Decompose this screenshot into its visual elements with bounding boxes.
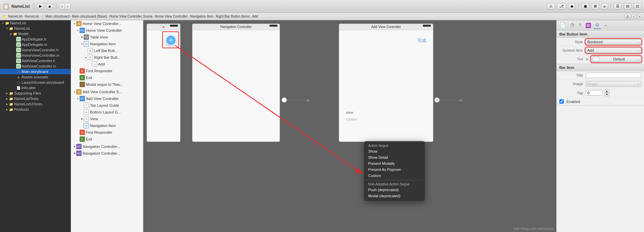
scene-nc1[interactable]: ▶ NC Navigation Controller... bbox=[71, 143, 143, 150]
sidebar-item-launch-storyboard[interactable]: ◻ LaunchScreen.storyboard bbox=[0, 80, 70, 85]
tint-select[interactable]: Default ⌄ bbox=[591, 56, 641, 62]
system-item-select[interactable]: Add ⌄ bbox=[586, 48, 641, 53]
sidebar-tree: ▼ 📁 NameList ▼ 📁 NameList ▶ 📁 Model bbox=[0, 20, 70, 232]
sidebar-item-model[interactable]: ▶ 📁 Model bbox=[0, 31, 70, 36]
title-input[interactable] bbox=[586, 73, 641, 78]
sidebar-item-namelist-root[interactable]: ▼ 📁 NameList bbox=[0, 20, 70, 26]
context-present-modally[interactable]: Present Modally bbox=[364, 160, 425, 166]
tint-swatch[interactable] bbox=[593, 57, 599, 61]
scene-rightbar[interactable]: ▼ B Right Bar Butt... bbox=[71, 54, 143, 61]
toolbar: 📋 NameList ▶ ■ ‹ › ⚠ ⎇ ◆ ▣ ⊞ ≡ ☰ ⊟ ⊡ bbox=[0, 0, 644, 13]
navigator-btn[interactable]: ☰ bbox=[614, 3, 622, 9]
breakpoint-btn[interactable]: ◆ bbox=[568, 3, 576, 9]
scene-addvc[interactable]: ▼ VC Add View Controller bbox=[71, 95, 143, 102]
sidebar-item-addvc-h[interactable]: h AddViewController.h bbox=[0, 58, 70, 63]
sidebar-item-main-storyboard[interactable]: ◻ Main.storyboard bbox=[0, 69, 70, 74]
bc-nav-back[interactable]: ‹ bbox=[632, 14, 636, 19]
sidebar-item-info-plist[interactable]: 📄 Info.plist bbox=[0, 85, 70, 91]
tag-input[interactable] bbox=[586, 90, 603, 96]
context-menu[interactable]: Action Segue Show Show Detail Present Mo… bbox=[364, 141, 425, 201]
identity-tab[interactable]: 🆔 bbox=[584, 22, 592, 29]
style-row: Style Bordered ⌄ bbox=[557, 38, 644, 46]
scene-bottom-guide[interactable]: B Bottom Layout G... bbox=[71, 109, 143, 115]
bc-scene[interactable]: Home View Controller Scene › bbox=[109, 15, 154, 18]
stepper-down[interactable]: ▼ bbox=[605, 93, 609, 96]
add-vc-panel[interactable]: Add View Controller 完成 view content bbox=[339, 24, 433, 142]
sidebar-item-assets[interactable]: ◈ Assets.xcassets bbox=[0, 74, 70, 80]
context-modal[interactable]: Modal (deprecated) bbox=[364, 193, 425, 199]
folder-icon: 📁 bbox=[9, 96, 13, 101]
assistant-editor-btn[interactable]: ⊞ bbox=[591, 3, 599, 9]
plus-btn[interactable]: + bbox=[586, 56, 588, 62]
bc-namelist2[interactable]: NameList › bbox=[25, 15, 40, 18]
stepper-up[interactable]: ▲ bbox=[605, 89, 609, 93]
sidebar-item-homevc-m[interactable]: m HomeViewController.m bbox=[0, 53, 70, 58]
sidebar-item-appdelegate-m[interactable]: m AppDelegate.m bbox=[0, 42, 70, 47]
sidebar-item-uitests[interactable]: ▶ 📁 NameListUITests bbox=[0, 101, 70, 107]
context-show[interactable]: Show bbox=[364, 148, 425, 154]
scene-navitem1[interactable]: ▼ NI Navigation Item bbox=[71, 41, 143, 47]
issues-btn[interactable]: ⚠ bbox=[547, 3, 555, 9]
bc-rightbar[interactable]: Right Bar Button Items › bbox=[216, 15, 252, 18]
scene-responder2[interactable]: R First Responder bbox=[71, 129, 143, 136]
scene-top-guide[interactable]: T Top Layout Guide bbox=[71, 102, 143, 109]
scene-add[interactable]: + Add bbox=[71, 61, 143, 68]
scheme-btn[interactable]: ▶ bbox=[37, 3, 44, 9]
bc-homevc[interactable]: Home View Controller › bbox=[155, 15, 189, 18]
bc-main-storyboard[interactable]: ◻ Main.storyboard › bbox=[41, 15, 71, 18]
bc-navitem[interactable]: Navigation Item › bbox=[190, 15, 215, 18]
bc-warn-btn[interactable]: ⚠ bbox=[624, 14, 631, 19]
expand-arrow: ▼ bbox=[73, 23, 76, 25]
context-show-detail[interactable]: Show Detail bbox=[364, 154, 425, 160]
context-custom[interactable]: Custom bbox=[364, 173, 425, 179]
exit-icon: E bbox=[80, 136, 85, 142]
add-btn[interactable]: + bbox=[166, 35, 176, 46]
scene-exit2[interactable]: E Exit bbox=[71, 136, 143, 143]
sidebar-item-namelist-group[interactable]: ▼ 📁 NameList bbox=[0, 26, 70, 31]
bc-namelist1[interactable]: 📁 NameList › bbox=[3, 15, 24, 18]
connections-tab[interactable]: ↔ bbox=[602, 22, 610, 29]
version-editor-btn[interactable]: ≡ bbox=[601, 3, 608, 9]
sidebar-item-homevc-h[interactable]: h HomeViewController.h bbox=[0, 47, 70, 53]
sidebar-item-supporting[interactable]: ▶ 📁 Supporting Files bbox=[0, 91, 70, 96]
sidebar-item-products[interactable]: ▶ 📁 Products bbox=[0, 107, 70, 112]
enabled-checkbox[interactable] bbox=[559, 99, 564, 104]
scene-homevc-scene[interactable]: ▼ S Home View Controller... bbox=[71, 20, 143, 27]
scene-nc2[interactable]: ▶ NC Navigation Controller... bbox=[71, 150, 143, 157]
utilities-btn[interactable]: ⊡ bbox=[634, 3, 641, 9]
scene-leftbar[interactable]: B Left Bar Butt... bbox=[71, 47, 143, 54]
forward-btn[interactable]: › bbox=[65, 3, 70, 9]
bc-nav-fwd[interactable]: › bbox=[637, 14, 641, 19]
scene-navitem2[interactable]: NI Navigation Item bbox=[71, 122, 143, 129]
attributes-tab[interactable]: ⚙ bbox=[594, 22, 601, 29]
scene-homevc[interactable]: ▼ VC Home View Controller bbox=[71, 27, 143, 34]
home-vc-panel[interactable]: ■ + bbox=[147, 24, 180, 142]
scene-view[interactable]: ▶ V View bbox=[71, 115, 143, 122]
bc-main-base[interactable]: Main.storyboard (Base) › bbox=[72, 15, 109, 18]
scene-exit1[interactable]: E Exit bbox=[71, 74, 143, 81]
history-tab[interactable]: ⏱ bbox=[568, 22, 576, 29]
sidebar-item-tests[interactable]: ▶ 📁 NameListTests bbox=[0, 96, 70, 101]
standard-editor-btn[interactable]: ▣ bbox=[581, 3, 589, 9]
back-btn[interactable]: ‹ bbox=[59, 3, 65, 9]
back-forward-nav[interactable]: ‹ › bbox=[59, 3, 71, 10]
canvas-area[interactable]: ■ + Navigation Controller Add View Contr… bbox=[143, 20, 556, 232]
help-tab[interactable]: ? bbox=[577, 22, 583, 29]
context-push[interactable]: Push (deprecated) bbox=[364, 187, 425, 193]
scene-tableview[interactable]: ▶ TV Table View bbox=[71, 34, 143, 41]
vc-scene-icon: S bbox=[76, 21, 82, 26]
image-select[interactable]: Image ⌄ bbox=[586, 81, 641, 86]
bc-add[interactable]: Add bbox=[252, 15, 258, 18]
style-select[interactable]: Bordered ⌄ bbox=[586, 39, 641, 45]
scene-responder1[interactable]: R First Responder bbox=[71, 68, 143, 74]
debug-btn[interactable]: ⊟ bbox=[624, 3, 632, 9]
file-inspector-tab[interactable]: 📄 bbox=[559, 22, 567, 29]
nav-ctrl-panel[interactable]: Navigation Controller bbox=[192, 24, 280, 142]
stop-btn[interactable]: ■ bbox=[46, 3, 53, 9]
sidebar-item-appdelegate-h[interactable]: h AppDelegate.h bbox=[0, 36, 70, 42]
context-present-popover[interactable]: Present As Popover bbox=[364, 166, 425, 173]
scene-addvc-scene[interactable]: ▼ S Add View Controller S... bbox=[71, 88, 143, 95]
sidebar-item-addvc-m[interactable]: m AddViewController.m bbox=[0, 63, 70, 69]
scene-segue[interactable]: → Modal segue to "Nav... bbox=[71, 81, 143, 88]
git-btn[interactable]: ⎇ bbox=[557, 3, 566, 9]
